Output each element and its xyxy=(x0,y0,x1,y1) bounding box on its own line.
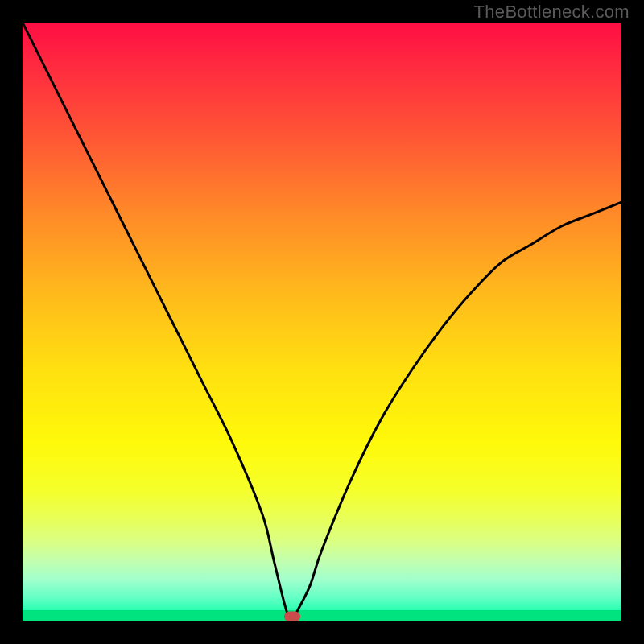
watermark-text: TheBottleneck.com xyxy=(474,2,630,23)
chart-container: TheBottleneck.com xyxy=(0,0,644,644)
bottleneck-curve-path xyxy=(23,23,621,621)
bottleneck-curve-svg xyxy=(23,23,621,621)
plot-area xyxy=(23,23,621,621)
optimal-point-marker xyxy=(284,612,300,622)
